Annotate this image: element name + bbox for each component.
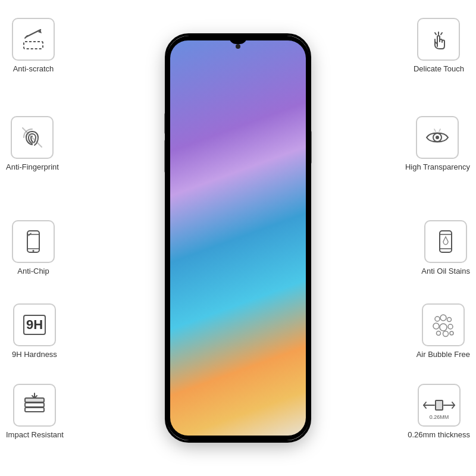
- anti-scratch-label: Anti-scratch: [13, 64, 54, 74]
- feature-anti-fingerprint: Anti-Fingerprint: [6, 116, 59, 173]
- phone-screen: [170, 40, 306, 436]
- feature-impact-resistant: Impact Resistant: [6, 384, 64, 440]
- feature-9h-hardness: 9H 9H Hardness: [12, 303, 57, 360]
- impact-resistant-icon: [20, 391, 49, 419]
- phone-btn-left2: [164, 140, 167, 173]
- svg-point-19: [436, 136, 439, 139]
- svg-line-3: [25, 36, 27, 38]
- air-bubble-free-icon: [429, 311, 458, 339]
- anti-chip-label: Anti-Chip: [17, 267, 49, 277]
- feature-anti-scratch: Anti-scratch: [12, 18, 55, 74]
- svg-rect-13: [25, 398, 44, 402]
- svg-text:0.26MM: 0.26MM: [429, 414, 449, 420]
- delicate-touch-label: Delicate Touch: [414, 64, 464, 74]
- svg-rect-0: [24, 42, 43, 49]
- 9h-hardness-icon-box: 9H: [13, 303, 56, 346]
- phone-wrapper: [167, 36, 309, 440]
- svg-line-16: [435, 33, 436, 35]
- anti-scratch-icon: [19, 25, 48, 54]
- svg-point-31: [436, 331, 440, 336]
- feature-anti-chip: Anti-Chip: [12, 220, 55, 277]
- svg-point-25: [435, 317, 440, 321]
- svg-point-28: [433, 323, 439, 329]
- phone-camera: [236, 44, 240, 49]
- main-container: Anti-scratch Anti-Fingerprint: [0, 0, 476, 476]
- air-bubble-free-icon-box: [422, 303, 465, 346]
- thickness-label: 0.26mm thickness: [408, 430, 470, 440]
- thickness-icon-box: 0.26MM: [418, 384, 461, 427]
- svg-text:9H: 9H: [26, 317, 43, 332]
- svg-rect-36: [436, 400, 443, 410]
- svg-point-8: [33, 250, 35, 252]
- feature-air-bubble-free: Air Bubble Free: [416, 303, 470, 360]
- svg-point-30: [448, 324, 453, 329]
- anti-chip-icon: [19, 227, 48, 256]
- svg-line-21: [439, 129, 440, 131]
- delicate-touch-icon-box: [417, 18, 460, 61]
- svg-line-1: [26, 30, 40, 37]
- feature-thickness: 0.26MM 0.26mm thickness: [408, 384, 470, 440]
- svg-point-29: [440, 324, 447, 331]
- feature-high-transparency: High Transparency: [405, 116, 470, 173]
- air-bubble-free-label: Air Bubble Free: [416, 350, 470, 360]
- 9h-hardness-label: 9H Hardness: [12, 350, 57, 360]
- anti-chip-icon-box: [12, 220, 55, 263]
- impact-resistant-label: Impact Resistant: [6, 430, 64, 440]
- 9h-hardness-icon: 9H: [20, 311, 49, 339]
- thickness-icon: 0.26MM: [418, 384, 461, 427]
- svg-point-33: [450, 331, 453, 335]
- feature-delicate-touch: Delicate Touch: [414, 18, 464, 74]
- delicate-touch-icon: [424, 25, 453, 54]
- phone-outer: [167, 36, 309, 440]
- anti-fingerprint-label: Anti-Fingerprint: [6, 162, 59, 173]
- feature-anti-oil-stains: Anti Oil Stains: [421, 220, 470, 277]
- anti-scratch-icon-box: [12, 18, 55, 61]
- high-transparency-label: High Transparency: [405, 162, 470, 173]
- svg-line-17: [441, 33, 442, 35]
- svg-point-32: [443, 331, 448, 337]
- anti-fingerprint-icon-box: [11, 116, 54, 159]
- phone-btn-right: [309, 131, 312, 164]
- anti-oil-stains-label: Anti Oil Stains: [421, 267, 470, 277]
- svg-point-26: [440, 315, 446, 321]
- high-transparency-icon-box: [416, 116, 459, 159]
- svg-rect-11: [25, 408, 44, 412]
- svg-point-27: [447, 318, 451, 322]
- anti-fingerprint-icon: [18, 123, 46, 152]
- svg-rect-12: [25, 403, 44, 407]
- anti-oil-stains-icon-box: [424, 220, 467, 263]
- phone-btn-left1: [164, 113, 167, 134]
- high-transparency-icon: [423, 123, 452, 152]
- impact-resistant-icon-box: [13, 384, 56, 427]
- anti-oil-stains-icon: [431, 227, 460, 256]
- svg-line-20: [434, 129, 436, 131]
